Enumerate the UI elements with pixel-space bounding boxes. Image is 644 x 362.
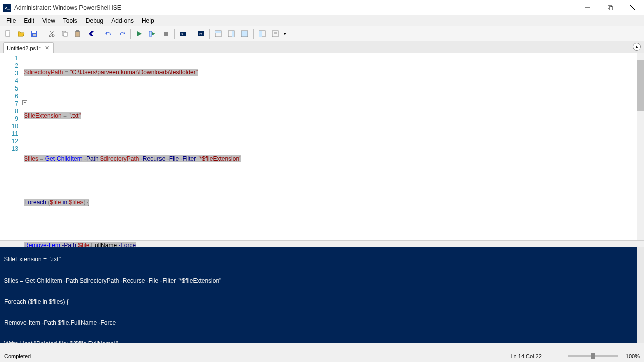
tab-label: Untitled2.ps1* (7, 45, 41, 51)
paste-button[interactable] (72, 28, 84, 40)
window-title: Administrator: Windows PowerShell ISE (14, 4, 576, 11)
svg-marker-19 (89, 31, 94, 36)
svg-marker-7 (18, 32, 24, 36)
svg-point-13 (49, 35, 51, 37)
zoom-percent: 100% (626, 353, 640, 359)
show-command-addon-button[interactable] (256, 28, 268, 40)
svg-rect-32 (242, 31, 248, 37)
console-pane[interactable]: $fileExtension = ".txt" $files = Get-Chi… (0, 247, 644, 343)
toolbar-separator (253, 29, 254, 39)
start-powershell-button[interactable]: PS (195, 28, 207, 40)
svg-marker-22 (152, 32, 155, 35)
toolbar-separator (192, 29, 192, 39)
maximize-button[interactable] (599, 0, 621, 15)
open-button[interactable] (15, 28, 27, 40)
toolbar-separator (100, 29, 100, 39)
svg-rect-23 (164, 32, 168, 36)
menu-help[interactable]: Help (138, 16, 158, 25)
svg-rect-29 (215, 31, 221, 33)
console-vertical-scrollbar[interactable] (637, 247, 644, 343)
menu-view[interactable]: View (38, 16, 59, 25)
console-line: Write-Host "Deleted file: $($file.FullNa… (4, 340, 640, 343)
menu-tools[interactable]: Tools (59, 16, 82, 25)
toolbar-options-button[interactable]: ▾ (282, 28, 287, 40)
cursor-position: Ln 14 Col 22 (510, 353, 541, 359)
window-controls (576, 0, 644, 15)
toolbar-separator (130, 29, 131, 39)
svg-rect-10 (33, 34, 36, 36)
console-line: Remove-Item -Path $file.FullName -Force (4, 319, 640, 326)
tab-strip: Untitled2.ps1* ✕ ▲ (0, 41, 644, 53)
toolbar-separator (43, 29, 43, 39)
undo-button[interactable] (103, 28, 115, 40)
svg-rect-17 (75, 31, 80, 37)
new-button[interactable] (2, 28, 14, 40)
svg-text:>_: >_ (181, 32, 186, 36)
script-editor[interactable]: 12345678910111213 $directoryPath = "C:\U… (0, 53, 644, 240)
minimize-button[interactable] (576, 0, 599, 15)
show-script-pane-max-button[interactable] (238, 28, 251, 40)
fold-toggle[interactable]: − (22, 100, 27, 105)
code-area[interactable]: $directoryPath = "C:\Users\parveen.kumar… (22, 53, 644, 240)
menu-addons[interactable]: Add-ons (107, 16, 138, 25)
toolbar: >_ PS ▾ (0, 26, 644, 41)
editor-vertical-scrollbar[interactable] (637, 53, 644, 240)
run-selection-button[interactable] (146, 28, 158, 40)
svg-point-14 (52, 35, 54, 37)
svg-rect-31 (232, 31, 234, 37)
toolbar-separator (174, 29, 175, 39)
tab-close-button[interactable]: ✕ (44, 45, 50, 51)
new-remote-tab-button[interactable]: >_ (177, 28, 189, 40)
show-script-pane-right-button[interactable] (225, 28, 237, 40)
app-icon: >_ (3, 4, 11, 12)
redo-button[interactable] (116, 28, 128, 40)
svg-rect-21 (149, 31, 152, 36)
close-button[interactable] (621, 0, 644, 15)
cut-button[interactable] (46, 28, 58, 40)
menu-debug[interactable]: Debug (82, 16, 107, 25)
stop-button[interactable] (159, 28, 172, 40)
svg-rect-34 (259, 31, 262, 37)
collapse-script-pane-button[interactable]: ▲ (633, 43, 641, 51)
status-bar: Completed Ln 14 Col 22 100% (0, 350, 644, 362)
clear-button[interactable] (85, 28, 97, 40)
title-bar: >_ Administrator: Windows PowerShell ISE (0, 0, 644, 15)
console-line: $fileExtension = ".txt" (4, 256, 640, 263)
save-button[interactable] (28, 28, 40, 40)
console-line: $files = Get-ChildItem -Path $directoryP… (4, 277, 640, 284)
console-line: Foreach ($file in $files) { (4, 298, 640, 305)
svg-rect-9 (32, 31, 36, 33)
svg-rect-2 (609, 7, 613, 10)
zoom-slider[interactable] (568, 355, 618, 357)
svg-text:PS: PS (199, 32, 204, 36)
status-message: Completed (4, 353, 510, 359)
menu-file[interactable]: File (2, 16, 20, 25)
line-number-gutter: 12345678910111213 (0, 53, 22, 240)
menu-bar: File Edit View Tools Debug Add-ons Help (0, 15, 644, 26)
copy-button[interactable] (59, 28, 71, 40)
show-command-window-button[interactable] (269, 28, 281, 40)
svg-rect-18 (76, 30, 79, 32)
toolbar-separator (209, 29, 210, 39)
status-separator (552, 353, 552, 360)
show-script-pane-top-button[interactable] (212, 28, 224, 40)
svg-marker-20 (137, 31, 142, 36)
run-script-button[interactable] (133, 28, 145, 40)
svg-rect-16 (64, 32, 67, 36)
script-tab[interactable]: Untitled2.ps1* ✕ (3, 42, 54, 53)
menu-edit[interactable]: Edit (20, 16, 38, 25)
